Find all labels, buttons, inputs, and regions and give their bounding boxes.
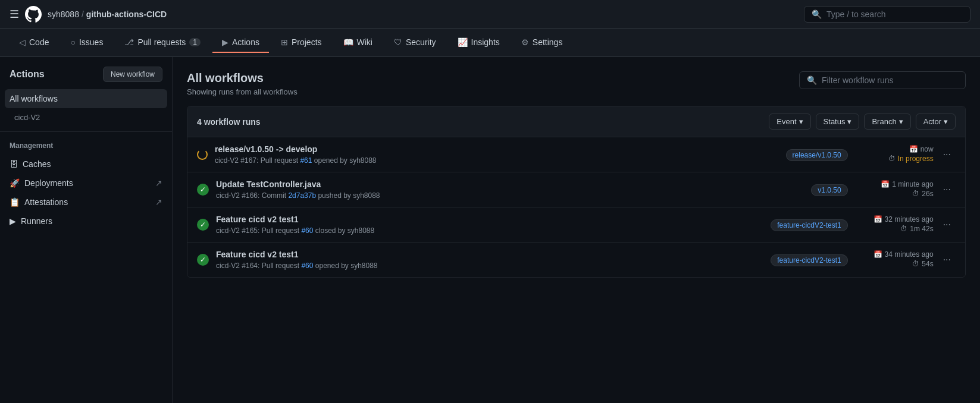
run-branch: release/v1.0.50 xyxy=(786,150,848,159)
run-title-link[interactable]: Feature cicd v2 test1 xyxy=(216,215,299,224)
branch-chevron-icon: ▾ xyxy=(899,117,903,126)
search-icon: 🔍 xyxy=(812,10,822,19)
tab-issues-label: Issues xyxy=(79,37,103,47)
event-filter-button[interactable]: Event ▾ xyxy=(769,114,810,130)
run-time-extra-row: ⏱ 26s xyxy=(862,190,934,198)
tab-actions[interactable]: ▶ Actions xyxy=(212,33,269,53)
search-placeholder: Type / to search xyxy=(826,10,963,19)
run-title-link[interactable]: Update TestController.java xyxy=(216,180,321,189)
caches-left: 🗄 Caches xyxy=(10,159,51,169)
search-bar[interactable]: 🔍 Type / to search xyxy=(804,6,970,23)
success-status-icon: ✓ xyxy=(197,219,209,231)
tab-settings[interactable]: ⚙ Settings xyxy=(512,33,572,53)
tab-issues[interactable]: ○ Issues xyxy=(61,33,112,53)
caches-icon: 🗄 xyxy=(10,159,18,169)
sidebar-item-caches[interactable]: 🗄 Caches xyxy=(0,155,172,174)
run-meta-link[interactable]: #61 xyxy=(300,156,312,165)
tab-code[interactable]: ◁ Code xyxy=(10,33,58,53)
run-time-row: 📅 32 minutes ago xyxy=(862,215,934,223)
actions-icon: ▶ xyxy=(222,37,228,47)
table-row[interactable]: release/v1.0.50 -> develop cicd-V2 #167:… xyxy=(187,137,965,172)
run-meta-link[interactable]: #60 xyxy=(301,262,313,270)
run-more-button[interactable]: ··· xyxy=(938,252,956,267)
filter-search[interactable]: 🔍 Filter workflow runs xyxy=(799,71,966,89)
table-row[interactable]: ✓ Feature cicd v2 test1 cicd-V2 #165: Pu… xyxy=(187,207,965,243)
run-more-button[interactable]: ··· xyxy=(938,217,956,232)
run-meta: cicd-V2 #167: Pull request #61 opened by… xyxy=(215,156,772,165)
runners-icon: ▶ xyxy=(10,216,16,226)
runners-left: ▶ Runners xyxy=(10,216,52,226)
branch-filter-label: Branch xyxy=(872,117,896,126)
tab-security-label: Security xyxy=(406,37,436,47)
clock-icon: ⏱ xyxy=(900,225,907,233)
calendar-icon: 📅 xyxy=(873,250,882,259)
breadcrumb-user[interactable]: syh8088 xyxy=(48,10,79,19)
event-chevron-icon: ▾ xyxy=(799,117,803,126)
deployments-label: Deployments xyxy=(24,178,73,188)
status-chevron-icon: ▾ xyxy=(847,117,851,126)
clock-icon: ⏱ xyxy=(888,155,896,163)
run-time-extra: In progress xyxy=(898,155,934,163)
sidebar-item-attestations[interactable]: 📋 Attestations ↗ xyxy=(0,193,172,212)
run-branch-tag[interactable]: feature-cicdV2-test1 xyxy=(771,254,847,266)
breadcrumb: syh8088 / github-actions-CICD xyxy=(48,10,167,19)
run-branch: feature-cicdV2-test1 xyxy=(771,255,847,265)
run-time-extra-row: ⏱ In progress xyxy=(862,155,934,163)
run-more-button[interactable]: ··· xyxy=(938,147,956,162)
run-time-row: 📅 1 minute ago xyxy=(862,180,934,188)
pull-requests-icon: ⎇ xyxy=(124,37,134,47)
run-meta: cicd-V2 #165: Pull request #60 closed by… xyxy=(216,226,756,235)
tab-pull-requests[interactable]: ⎇ Pull requests 1 xyxy=(115,33,210,53)
run-title-link[interactable]: release/v1.0.50 -> develop xyxy=(215,144,317,154)
run-meta-link[interactable]: #60 xyxy=(301,226,313,235)
tab-projects[interactable]: ⊞ Projects xyxy=(271,33,331,53)
run-time-extra: 1m 42s xyxy=(910,225,933,233)
run-branch-tag[interactable]: release/v1.0.50 xyxy=(786,149,848,161)
sidebar-item-all-workflows[interactable]: All workflows xyxy=(5,89,167,108)
run-title: Feature cicd v2 test1 xyxy=(216,215,756,224)
tab-wiki[interactable]: 📖 Wiki xyxy=(334,33,382,53)
breadcrumb-repo[interactable]: github-actions-CICD xyxy=(86,10,167,19)
tab-insights[interactable]: 📈 Insights xyxy=(448,33,509,53)
sidebar-title: Actions xyxy=(10,69,45,80)
new-workflow-button[interactable]: New workflow xyxy=(103,67,162,82)
run-more-button[interactable]: ··· xyxy=(938,182,956,197)
run-time: 📅 now ⏱ In progress xyxy=(862,145,934,164)
sidebar-item-runners[interactable]: ▶ Runners xyxy=(0,212,172,231)
breadcrumb-separator: / xyxy=(82,10,84,19)
tab-code-label: Code xyxy=(29,37,49,47)
run-info: Update TestController.java cicd-V2 #166:… xyxy=(216,180,797,200)
nav-tabs: ◁ Code ○ Issues ⎇ Pull requests 1 ▶ Acti… xyxy=(0,29,980,57)
branch-filter-button[interactable]: Branch ▾ xyxy=(864,114,910,130)
in-progress-spinner-icon xyxy=(197,149,208,160)
run-meta-link[interactable]: 2d7a37b xyxy=(288,191,316,200)
calendar-icon: 📅 xyxy=(909,145,918,153)
table-row[interactable]: ✓ Update TestController.java cicd-V2 #16… xyxy=(187,172,965,207)
filter-search-placeholder: Filter workflow runs xyxy=(822,75,894,85)
run-time-label: 34 minutes ago xyxy=(885,250,934,259)
content-title: All workflows xyxy=(187,71,298,85)
hamburger-icon[interactable]: ☰ xyxy=(10,8,19,21)
tab-wiki-label: Wiki xyxy=(357,37,372,47)
table-row[interactable]: ✓ Feature cicd v2 test1 cicd-V2 #164: Pu… xyxy=(187,243,965,277)
run-info: Feature cicd v2 test1 cicd-V2 #164: Pull… xyxy=(216,250,756,270)
runners-label: Runners xyxy=(21,216,52,226)
pull-requests-badge: 1 xyxy=(189,38,201,46)
run-branch-tag[interactable]: v1.0.50 xyxy=(811,184,847,196)
actor-filter-button[interactable]: Actor ▾ xyxy=(916,114,956,130)
sidebar-item-cicd-v2[interactable]: cicd-V2 xyxy=(0,108,172,127)
issues-icon: ○ xyxy=(70,37,75,47)
run-time-row: 📅 now xyxy=(862,145,934,153)
run-title-link[interactable]: Feature cicd v2 test1 xyxy=(216,250,299,259)
sidebar-item-deployments[interactable]: 🚀 Deployments ↗ xyxy=(0,174,172,193)
tab-pull-requests-label: Pull requests xyxy=(137,37,186,47)
content-area: All workflows Showing runs from all work… xyxy=(173,57,980,403)
tab-projects-label: Projects xyxy=(292,37,322,47)
run-branch-tag[interactable]: feature-cicdV2-test1 xyxy=(771,219,847,231)
tab-actions-label: Actions xyxy=(232,37,259,47)
runs-container: 4 workflow runs Event ▾ Status ▾ Branch … xyxy=(187,106,966,278)
actor-chevron-icon: ▾ xyxy=(944,117,948,126)
clock-icon: ⏱ xyxy=(912,190,919,198)
tab-security[interactable]: 🛡 Security xyxy=(384,33,446,53)
status-filter-button[interactable]: Status ▾ xyxy=(816,114,860,130)
